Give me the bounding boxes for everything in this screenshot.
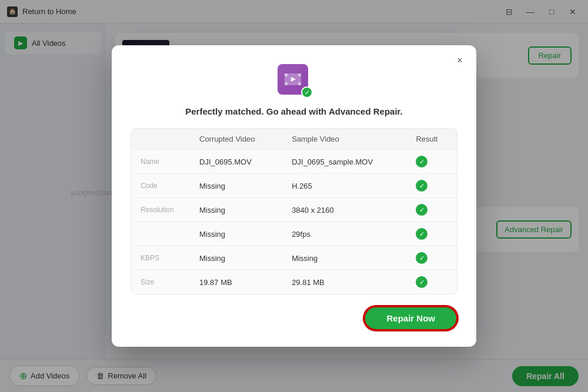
check-icon: ✓ — [416, 252, 427, 264]
table-row: Code Missing H.265 ✓ — [131, 174, 457, 198]
modal-footer: Repair Now — [131, 306, 457, 330]
sample-code: H.265 — [282, 174, 406, 198]
col-header-sample: Sample Video — [282, 129, 406, 150]
result-kbps: ✓ — [406, 246, 457, 270]
row-label-resolution: Resolution — [131, 198, 190, 222]
row-label-size: Size — [131, 270, 190, 294]
table-row: Missing 29fps ✓ — [131, 222, 457, 246]
table-row: KBPS Missing Missing ✓ — [131, 246, 457, 270]
modal-icon: ✓ — [278, 64, 310, 97]
corrupted-size: 19.87 MB — [190, 270, 282, 294]
corrupted-fps: Missing — [190, 222, 282, 246]
row-label-name: Name — [131, 150, 190, 174]
corrupted-name: DJI_0695.MOV — [190, 150, 282, 174]
check-icon: ✓ — [416, 180, 427, 192]
col-header-result: Result — [406, 129, 457, 150]
svg-rect-7 — [298, 82, 301, 85]
modal-title: Perfectly matched. Go ahead with Advance… — [131, 106, 457, 116]
table-row: Resolution Missing 3840 x 2160 ✓ — [131, 198, 457, 222]
result-size: ✓ — [406, 270, 457, 294]
row-label-fps — [131, 222, 190, 246]
modal-dialog: × ✓ — [112, 45, 476, 347]
table-row: Size 19.87 MB 29.81 MB ✓ — [131, 270, 457, 294]
col-header-corrupted: Corrupted Video — [190, 129, 282, 150]
check-icon: ✓ — [416, 204, 427, 216]
svg-rect-6 — [285, 82, 288, 85]
sample-size: 29.81 MB — [282, 270, 406, 294]
sample-kbps: Missing — [282, 246, 406, 270]
sample-resolution: 3840 x 2160 — [282, 198, 406, 222]
table-row: Name DJI_0695.MOV DJI_0695_sample.MOV ✓ — [131, 150, 457, 174]
corrupted-kbps: Missing — [190, 246, 282, 270]
svg-rect-5 — [298, 73, 301, 76]
corrupted-code: Missing — [190, 174, 282, 198]
row-label-code: Code — [131, 174, 190, 198]
result-resolution: ✓ — [406, 198, 457, 222]
modal-icon-wrap: ✓ — [131, 64, 457, 97]
app-window: 🏠 Return to Home ⊟ — □ ✕ ▶ All Videos — [0, 0, 588, 392]
result-fps: ✓ — [406, 222, 457, 246]
check-icon: ✓ — [416, 156, 427, 167]
modal-close-button[interactable]: × — [453, 53, 467, 68]
row-label-kbps: KBPS — [131, 246, 190, 270]
sample-fps: 29fps — [282, 222, 406, 246]
repair-now-button[interactable]: Repair Now — [364, 306, 457, 330]
col-header-field — [131, 129, 190, 150]
sample-name: DJI_0695_sample.MOV — [282, 150, 406, 174]
modal-overlay: × ✓ — [0, 0, 588, 392]
result-code: ✓ — [406, 174, 457, 198]
check-badge: ✓ — [301, 86, 313, 98]
corrupted-resolution: Missing — [190, 198, 282, 222]
svg-rect-4 — [285, 73, 288, 76]
comparison-table: Corrupted Video Sample Video Result Name… — [131, 128, 457, 294]
check-icon: ✓ — [416, 276, 427, 288]
check-icon: ✓ — [416, 228, 427, 240]
result-name: ✓ — [406, 150, 457, 174]
